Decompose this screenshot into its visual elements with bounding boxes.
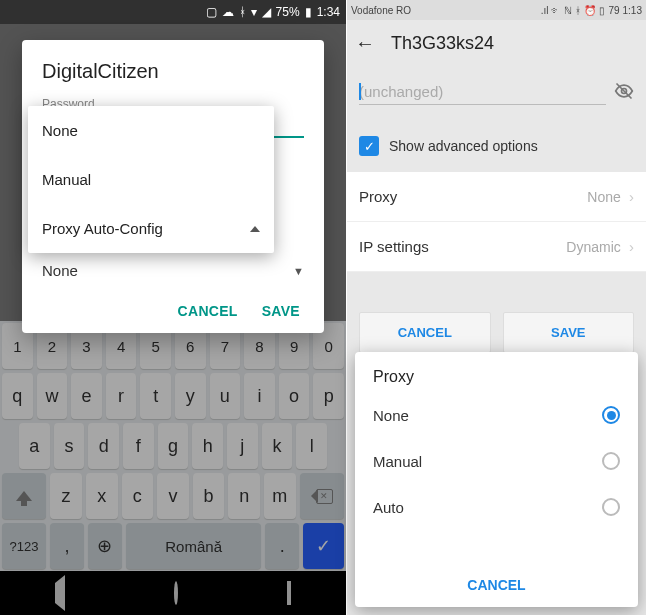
- dropdown-item-manual[interactable]: Manual: [28, 155, 274, 204]
- shift-icon: [16, 491, 32, 501]
- proxy-dropdown: None Manual Proxy Auto-Config: [28, 106, 274, 253]
- advanced-checkbox-row[interactable]: ✓ Show advanced options: [347, 130, 646, 172]
- status-time: 1:34: [317, 5, 340, 19]
- signal-icon: .ıl: [541, 5, 549, 16]
- alarm-icon: ⏰: [584, 5, 596, 16]
- select-value: None: [42, 262, 78, 279]
- battery-icon: ▮: [305, 5, 312, 19]
- page-title: Th3G33ks24: [391, 33, 494, 54]
- visibility-off-icon[interactable]: [614, 81, 634, 106]
- bluetooth-icon: ᚼ: [239, 5, 246, 19]
- backspace-icon: ✕: [311, 489, 333, 504]
- status-bar-left: ▢ ☁ ᚼ ▾ ◢ 75% ▮ 1:34: [0, 0, 346, 24]
- dropdown-label: Manual: [42, 171, 91, 188]
- sheet-option-none[interactable]: None: [355, 392, 638, 438]
- radio-selected-icon: [602, 406, 620, 424]
- phone-left: ▢ ☁ ᚼ ▾ ◢ 75% ▮ 1:34 DigitalCitizen Pass…: [0, 0, 346, 615]
- option-label: None: [373, 407, 409, 424]
- chevron-up-icon: [250, 226, 260, 232]
- proxy-setting-row[interactable]: Proxy None ›: [347, 172, 646, 222]
- proxy-value: None: [587, 189, 620, 205]
- dropdown-label: None: [42, 122, 78, 139]
- cancel-button[interactable]: CANCEL: [178, 303, 238, 319]
- sheet-option-manual[interactable]: Manual: [355, 438, 638, 484]
- chevron-right-icon: ›: [625, 188, 634, 205]
- text-cursor: [359, 83, 361, 100]
- ip-value: Dynamic: [566, 239, 620, 255]
- sheet-title: Proxy: [355, 352, 638, 392]
- radio-icon: [602, 498, 620, 516]
- battery-pct: 75%: [276, 5, 300, 19]
- dropdown-item-pac[interactable]: Proxy Auto-Config: [28, 204, 274, 253]
- status-time: 1:13: [623, 5, 642, 16]
- sheet-option-auto[interactable]: Auto: [355, 484, 638, 530]
- save-button[interactable]: SAVE: [262, 303, 300, 319]
- ip-label: IP settings: [359, 238, 429, 255]
- nfc-icon: ℕ: [564, 5, 572, 16]
- phone-right: Vodafone RO .ıl ᯤ ℕ ᚼ ⏰ ▯ 79 1:13 ← Th3G…: [346, 0, 646, 615]
- save-button[interactable]: SAVE: [503, 312, 635, 353]
- checkbox-checked-icon: ✓: [359, 136, 379, 156]
- option-label: Auto: [373, 499, 404, 516]
- cell-icon: ◢: [262, 5, 271, 19]
- sheet-cancel-button[interactable]: CANCEL: [355, 565, 638, 603]
- bluetooth-icon: ᚼ: [575, 5, 581, 16]
- dialog-actions: CANCEL SAVE: [42, 293, 304, 325]
- proxy-bottom-sheet: Proxy None Manual Auto CANCEL: [355, 352, 638, 607]
- wifi-icon: ᯤ: [551, 5, 561, 16]
- ip-setting-row[interactable]: IP settings Dynamic ›: [347, 222, 646, 272]
- cloud-icon: ☁: [222, 5, 234, 19]
- battery-icon: ▯: [599, 5, 605, 16]
- chevron-down-icon: ▼: [293, 265, 304, 277]
- back-button[interactable]: ←: [355, 32, 375, 55]
- dropdown-item-none[interactable]: None: [28, 106, 274, 155]
- cancel-button[interactable]: CANCEL: [359, 312, 491, 353]
- battery-pct: 79: [608, 5, 619, 16]
- select-row[interactable]: None ▼: [42, 248, 304, 293]
- dropdown-label: Proxy Auto-Config: [42, 220, 163, 237]
- password-value: (unchanged): [359, 83, 443, 100]
- carrier-label: Vodafone RO: [351, 5, 411, 16]
- option-label: Manual: [373, 453, 422, 470]
- radio-icon: [602, 452, 620, 470]
- dialog-title: DigitalCitizen: [42, 60, 304, 83]
- chevron-right-icon: ›: [625, 238, 634, 255]
- wifi-icon: ▾: [251, 5, 257, 19]
- status-bar-right: Vodafone RO .ıl ᯤ ℕ ᚼ ⏰ ▯ 79 1:13: [347, 0, 646, 20]
- password-input[interactable]: (unchanged): [359, 83, 606, 105]
- page-header: ← Th3G33ks24: [347, 20, 646, 67]
- button-row: CANCEL SAVE: [347, 272, 646, 361]
- advanced-label: Show advanced options: [389, 138, 538, 154]
- password-row: (unchanged): [347, 71, 646, 116]
- proxy-label: Proxy: [359, 188, 397, 205]
- pic-icon: ▢: [206, 5, 217, 19]
